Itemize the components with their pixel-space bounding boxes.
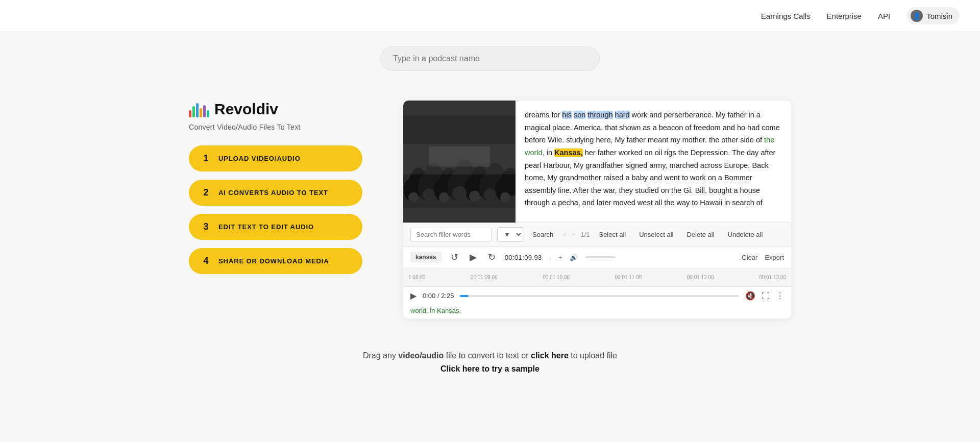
search-bar-section	[0, 32, 980, 80]
timeline-mark-5: 00:01:13.00	[759, 275, 786, 280]
transcript-area: dreams for his son through hard work and…	[403, 101, 791, 223]
track-label: kansas	[410, 252, 442, 263]
transcript-thumbnail	[403, 101, 516, 223]
undelete-all-button[interactable]: Undelete all	[724, 229, 767, 240]
top-nav: Earnings Calls Enterprise API 👤 Tomisin	[0, 0, 980, 32]
svg-rect-16	[429, 146, 490, 167]
svg-point-19	[439, 192, 449, 203]
more-options-button[interactable]: ⋮	[776, 291, 784, 301]
svg-point-22	[484, 189, 496, 201]
subtitle-highlight: world, in Kansas,	[410, 307, 461, 314]
ts-sep-2: >	[572, 231, 576, 238]
nav-earnings-calls[interactable]: Earnings Calls	[761, 12, 811, 20]
svg-point-20	[452, 186, 467, 201]
svg-point-18	[423, 189, 435, 201]
step-3-num: 3	[201, 222, 211, 232]
try-sample-link[interactable]: Click here to try a sample	[0, 364, 980, 374]
audio-player: kansas ↺ ▶ ↻ 00:01:09.93 - + 🔊 Clear Exp…	[403, 247, 791, 268]
logo-row: Revoldiv	[189, 101, 362, 118]
vp-play-button[interactable]: ▶	[410, 291, 416, 301]
search-nav-counter: 1/1	[580, 231, 590, 238]
ts-sep-1: <	[562, 231, 567, 238]
nav-api[interactable]: API	[878, 12, 890, 20]
ap-minus: -	[549, 254, 551, 261]
transcript-search-bar: ▼ Search < > 1/1 Select all Unselect all…	[403, 223, 791, 247]
timeline-mark-3: 00:01:11.00	[615, 275, 642, 280]
video-progress-bar[interactable]	[460, 295, 739, 297]
logo-title: Revoldiv	[214, 101, 278, 118]
volume-icon: 🔊	[570, 254, 578, 261]
drag-text-prefix: Drag any	[363, 351, 398, 360]
step-3-button[interactable]: 3 Edit Text to Edit Audio	[189, 214, 362, 240]
waveform-timeline: 1:08.00 00:01:09.00 00:01:10.00 00:01:11…	[403, 268, 791, 287]
nav-enterprise[interactable]: Enterprise	[827, 12, 862, 20]
highlight-kansas: Kansas,	[554, 149, 583, 157]
video-progress-inner	[460, 295, 468, 297]
mute-button[interactable]: 🔇	[745, 291, 755, 301]
fullscreen-button[interactable]: ⛶	[762, 291, 770, 301]
step-2-num: 2	[201, 187, 211, 198]
right-panel: dreams for his son through hard work and…	[403, 101, 791, 318]
step-1-label: Upload Video/Audio	[218, 155, 301, 162]
step-3-label: Edit Text to Edit Audio	[218, 223, 314, 231]
drag-text-mid: file to convert to text or	[446, 351, 531, 360]
highlight-his: his	[562, 111, 572, 119]
timeline-marks: 1:08.00 00:01:09.00 00:01:10.00 00:01:11…	[408, 275, 786, 280]
vp-time-display: 0:00 / 2:25	[423, 292, 454, 300]
logo-bars-icon	[189, 101, 209, 117]
main-content: Revoldiv Convert video/audio files to te…	[0, 80, 980, 339]
highlight-son: son	[574, 111, 585, 119]
step-4-num: 4	[201, 256, 211, 266]
fast-forward-button[interactable]: ↻	[486, 251, 498, 264]
logo-subtitle: Convert video/audio files to text	[189, 123, 362, 131]
subtitle-row: world, in Kansas,	[403, 305, 791, 318]
click-here-link[interactable]: click here	[531, 351, 569, 360]
search-type-select[interactable]: ▼	[497, 227, 523, 242]
podcast-search-input[interactable]	[380, 46, 600, 71]
timeline-mark-2: 00:01:10.00	[543, 275, 570, 280]
step-2-button[interactable]: 2 AI Converts Audio to Text	[189, 180, 362, 206]
timeline-mark-1: 00:01:09.00	[471, 275, 498, 280]
user-badge[interactable]: 👤 Tomisin	[906, 7, 960, 24]
play-button[interactable]: ▶	[468, 251, 479, 264]
drag-text-highlight: video/audio	[398, 351, 444, 360]
video-player-bar: ▶ 0:00 / 2:25 🔇 ⛶ ⋮	[403, 287, 791, 305]
highlight-hard: hard	[615, 111, 630, 119]
select-all-button[interactable]: Select all	[595, 229, 630, 240]
svg-point-21	[469, 191, 480, 202]
step-1-button[interactable]: 1 Upload Video/Audio	[189, 145, 362, 171]
export-button[interactable]: Export	[765, 254, 784, 261]
user-name: Tomisin	[926, 12, 952, 20]
timeline-mark-0: 1:08.00	[408, 275, 425, 280]
volume-slider[interactable]	[585, 256, 616, 258]
highlight-through: through	[587, 111, 612, 119]
step-1-num: 1	[201, 153, 211, 164]
delete-all-button[interactable]: Delete all	[682, 229, 718, 240]
search-filler-words-input[interactable]	[410, 228, 492, 241]
step-4-button[interactable]: 4 Share or Download Media	[189, 248, 362, 274]
time-display: 00:01:09.93	[505, 254, 542, 261]
svg-point-23	[500, 192, 510, 203]
bottom-section: Drag any video/audio file to convert to …	[0, 339, 980, 379]
ap-plus: +	[558, 254, 562, 261]
step-2-label: AI Converts Audio to Text	[218, 189, 328, 197]
step-4-label: Share or Download Media	[218, 257, 329, 265]
drag-text-end: to upload file	[571, 351, 617, 360]
transcript-text[interactable]: dreams for his son through hard work and…	[516, 101, 791, 223]
clear-button[interactable]: Clear	[742, 254, 757, 261]
drag-text: Drag any video/audio file to convert to …	[0, 351, 980, 360]
left-panel: Revoldiv Convert video/audio files to te…	[189, 101, 362, 282]
unselect-all-button[interactable]: Unselect all	[635, 229, 677, 240]
rewind-button[interactable]: ↺	[449, 251, 460, 264]
timeline-mark-4: 00:01:12.00	[687, 275, 714, 280]
search-button[interactable]: Search	[528, 229, 557, 240]
svg-point-17	[408, 192, 419, 203]
user-avatar-icon: 👤	[911, 10, 923, 22]
